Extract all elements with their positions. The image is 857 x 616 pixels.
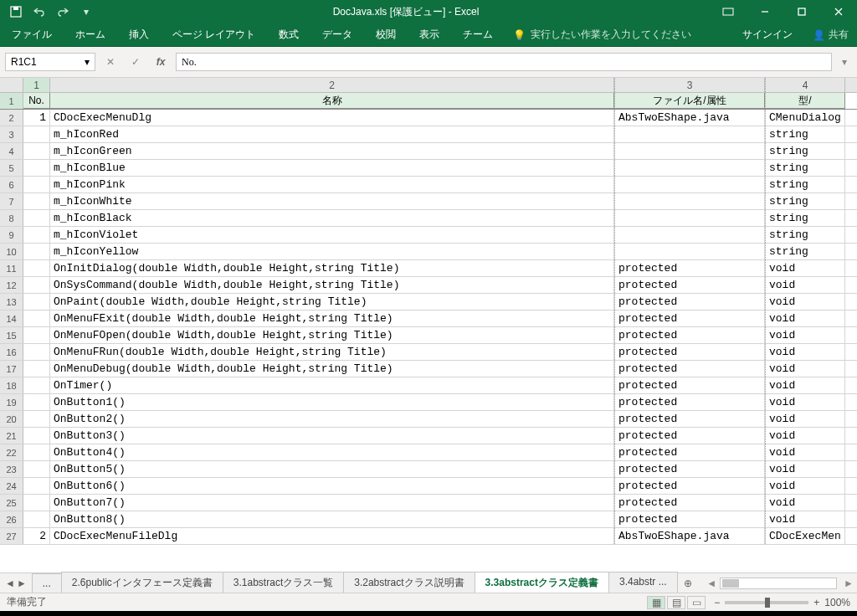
cell[interactable]: OnTimer() <box>50 377 614 393</box>
cell[interactable]: AbsTwoEShape.java <box>614 110 765 126</box>
cell[interactable]: 2 <box>23 528 50 544</box>
row-header[interactable]: 2 <box>0 110 23 126</box>
cell[interactable]: 1 <box>23 110 50 126</box>
sheet-tab[interactable]: 3.1abstractクラス一覧 <box>223 572 344 595</box>
cell[interactable]: OnMenuFRun(double Width,double Height,st… <box>50 344 614 360</box>
cell[interactable]: protected <box>614 277 765 293</box>
ribbon-display-button[interactable] <box>710 0 747 23</box>
cell[interactable]: m_hIconViolet <box>50 227 614 243</box>
cell[interactable]: OnMenuFOpen(double Width,double Height,s… <box>50 327 614 343</box>
cell[interactable]: string <box>765 210 845 226</box>
col-header[interactable]: 2 <box>50 78 614 92</box>
row-header[interactable]: 1 <box>0 93 23 109</box>
cell[interactable] <box>23 143 50 159</box>
cell[interactable] <box>614 126 765 142</box>
cell[interactable] <box>23 444 50 460</box>
formula-input[interactable]: No. <box>176 53 832 71</box>
header-cell[interactable]: 名称 <box>50 93 614 109</box>
cell[interactable]: m_hIconGreen <box>50 143 614 159</box>
cell[interactable]: protected <box>614 428 765 444</box>
cell[interactable]: m_hIconBlue <box>50 160 614 176</box>
cell[interactable] <box>23 377 50 393</box>
row-header[interactable]: 4 <box>0 143 23 159</box>
header-cell[interactable]: 型/ <box>765 93 845 109</box>
cell[interactable]: OnButton3() <box>50 428 614 444</box>
row-header[interactable]: 27 <box>0 528 23 544</box>
cell[interactable]: void <box>765 260 845 276</box>
hscroll-next-icon[interactable]: ► <box>840 578 857 589</box>
tab-team[interactable]: チーム <box>451 23 505 46</box>
view-normal-button[interactable]: ▦ <box>647 596 665 609</box>
view-pagelayout-button[interactable]: ▤ <box>667 596 685 609</box>
row-header[interactable]: 5 <box>0 160 23 176</box>
cell[interactable] <box>23 277 50 293</box>
cell[interactable]: string <box>765 227 845 243</box>
share-button[interactable]: 👤共有 <box>804 23 857 46</box>
zoom-in-button[interactable]: + <box>813 597 819 608</box>
cell[interactable] <box>23 478 50 494</box>
col-header[interactable]: 3 <box>614 78 765 92</box>
cell[interactable]: void <box>765 327 845 343</box>
zoom-level[interactable]: 100% <box>824 597 850 608</box>
zoom-out-button[interactable]: − <box>714 597 720 608</box>
cell[interactable]: OnButton2() <box>50 411 614 427</box>
cell[interactable]: string <box>765 126 845 142</box>
tab-insert[interactable]: 挿入 <box>117 23 161 46</box>
cell[interactable]: protected <box>614 260 765 276</box>
qat-customize-icon[interactable]: ▾ <box>75 3 97 21</box>
sheet-tab[interactable]: 3.4abstr ... <box>608 572 678 595</box>
col-header[interactable]: 4 <box>765 78 845 92</box>
cell[interactable]: OnInitDialog(double Width,double Height,… <box>50 260 614 276</box>
row-header[interactable]: 15 <box>0 327 23 343</box>
cell[interactable]: CDocExecMen <box>765 528 845 544</box>
row-header[interactable]: 3 <box>0 126 23 142</box>
row-header[interactable]: 25 <box>0 495 23 511</box>
cell[interactable]: protected <box>614 344 765 360</box>
sheet-tab[interactable]: 2.6publicインタフェース定義書 <box>61 572 223 595</box>
cell[interactable]: protected <box>614 495 765 511</box>
redo-button[interactable] <box>52 3 74 21</box>
cell[interactable]: OnMenuFExit(double Width,double Height,s… <box>50 311 614 326</box>
horizontal-scrollbar[interactable] <box>720 578 837 589</box>
cell[interactable]: protected <box>614 511 765 527</box>
minimize-button[interactable] <box>747 0 783 23</box>
cell[interactable] <box>23 411 50 427</box>
name-box-input[interactable] <box>11 56 78 68</box>
cell[interactable] <box>23 461 50 477</box>
cell[interactable] <box>23 327 50 343</box>
cell[interactable]: void <box>765 478 845 494</box>
sheet-nav-next-icon[interactable]: ► <box>17 578 27 589</box>
cell[interactable]: OnButton7() <box>50 495 614 511</box>
cell[interactable]: AbsTwoEShape.java <box>614 528 765 544</box>
header-cell[interactable]: No. <box>23 93 50 109</box>
row-header[interactable]: 26 <box>0 511 23 527</box>
cell[interactable] <box>23 294 50 310</box>
name-box[interactable]: ▾ <box>5 53 95 71</box>
row-header[interactable]: 16 <box>0 344 23 360</box>
cell[interactable] <box>23 428 50 444</box>
cell[interactable]: OnButton4() <box>50 444 614 460</box>
cell[interactable] <box>23 361 50 377</box>
cell[interactable] <box>614 210 765 226</box>
sheet-tab[interactable]: 3.3abstractクラス定義書 <box>475 572 609 595</box>
sheet-tab[interactable]: 3.2abstractクラス説明書 <box>343 572 475 595</box>
cell[interactable] <box>614 193 765 209</box>
cell[interactable] <box>23 227 50 243</box>
cell[interactable]: m_hIconBlack <box>50 210 614 226</box>
tab-pagelayout[interactable]: ページ レイアウト <box>161 23 267 46</box>
signin-link[interactable]: サインイン <box>731 23 804 46</box>
row-header[interactable]: 10 <box>0 244 23 259</box>
cell[interactable] <box>23 244 50 259</box>
row-header[interactable]: 7 <box>0 193 23 209</box>
sheet-tab-ellipsis[interactable]: ... <box>32 573 62 593</box>
cell[interactable] <box>23 210 50 226</box>
cell[interactable]: void <box>765 444 845 460</box>
row-header[interactable]: 20 <box>0 411 23 427</box>
cell[interactable]: m_hIconWhite <box>50 193 614 209</box>
cell[interactable]: string <box>765 193 845 209</box>
enter-formula-button[interactable]: ✓ <box>126 53 146 71</box>
cell[interactable] <box>23 177 50 192</box>
tab-file[interactable]: ファイル <box>0 23 64 46</box>
cancel-formula-button[interactable]: ✕ <box>100 53 121 71</box>
cell[interactable] <box>23 126 50 142</box>
